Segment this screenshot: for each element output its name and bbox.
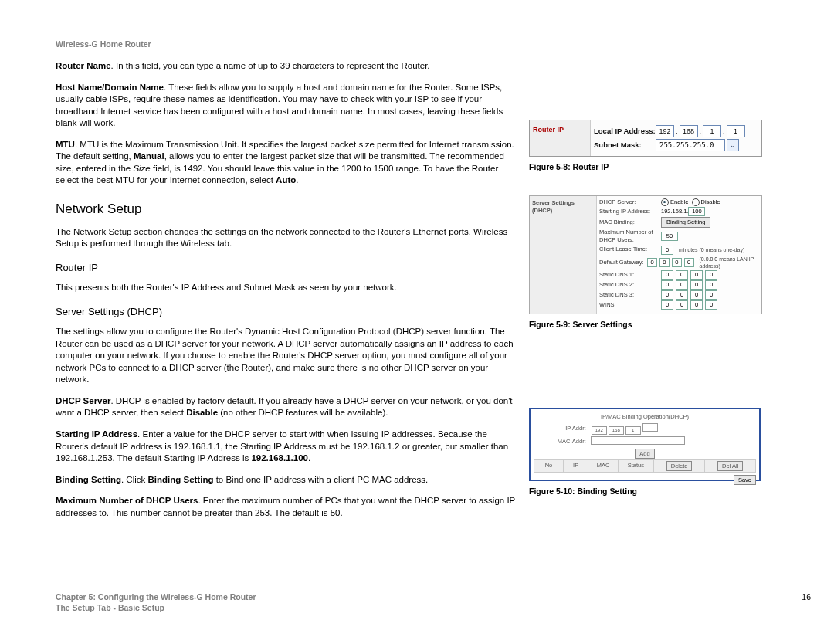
label-router-name: Router Name xyxy=(56,61,111,70)
fig9-dns3-1[interactable]: 0 xyxy=(661,290,673,300)
fig8-ip-oct3[interactable]: 1 xyxy=(703,125,721,137)
fig9-gw-4[interactable]: 0 xyxy=(684,258,694,267)
fig9-startip-label: Starting IP Address: xyxy=(599,208,661,215)
fig9-lease-label: Client Lease Time: xyxy=(599,246,661,253)
label-maxusers: Maximum Number of DHCP Users xyxy=(56,496,198,505)
label-starting-ip: Starting IP Address xyxy=(56,429,137,439)
fig9-dns1-1[interactable]: 0 xyxy=(661,270,673,280)
fig8-caption: Figure 5-8: Router IP xyxy=(529,161,776,172)
fig9-dns2-label: Static DNS 2: xyxy=(599,281,661,289)
para-router-name: Router Name. In this field, you can type… xyxy=(56,60,519,73)
delall-button[interactable]: Del All xyxy=(717,461,743,471)
radio-enable[interactable] xyxy=(661,198,669,206)
para-dhcp-server: DHCP Server. DHCP is enabled by factory … xyxy=(56,395,519,419)
fig9-dhcp-label: DHCP Server: xyxy=(599,198,661,206)
para-router-ip: This presents both the Router's IP Addre… xyxy=(56,282,519,294)
figures-column: Router IP Local IP Address: 192.168.1.1 … xyxy=(529,120,776,520)
text-startip2: . xyxy=(308,453,310,463)
para-binding: Binding Setting. Click Binding Setting t… xyxy=(56,474,519,486)
fig8-local-ip-label: Local IP Address: xyxy=(594,127,656,137)
text-router-name: . In this field, you can type a name of … xyxy=(111,61,430,70)
fig9-caption: Figure 5-9: Server Settings xyxy=(529,319,776,330)
para-host: Host Name/Domain Name. These fields allo… xyxy=(56,82,519,130)
bold-startip-default: 192.168.1.100 xyxy=(251,453,308,463)
para-dhcp-intro: The settings allow you to configure the … xyxy=(56,326,519,386)
fig10-ip-2[interactable]: 168 xyxy=(609,426,624,435)
figure-binding-setting: IP/MAC Binding Operation(DHCP) IP Addr: … xyxy=(529,408,761,481)
fig9-dns3-2[interactable]: 0 xyxy=(676,290,688,300)
fig9-disable-text: Disable xyxy=(701,198,720,206)
fig9-dns2-4[interactable]: 0 xyxy=(705,280,717,290)
radio-disable[interactable] xyxy=(692,198,700,206)
fig8-ip-oct1[interactable]: 192 xyxy=(656,125,674,137)
bold-manual: Manual xyxy=(134,151,164,161)
delete-button[interactable]: Delete xyxy=(666,461,693,471)
para-network-setup: The Network Setup section changes the se… xyxy=(56,226,519,250)
chevron-down-icon[interactable]: ⌄ xyxy=(727,139,739,151)
fig9-wins-3[interactable]: 0 xyxy=(690,300,703,310)
text-mtu4: . xyxy=(296,175,298,185)
footer-line1: Chapter 5: Configuring the Wireless-G Ho… xyxy=(56,591,811,602)
bold-auto: Auto xyxy=(276,175,296,185)
fig10-mac-input[interactable] xyxy=(591,436,685,445)
fig9-startip-prefix: 192.168.1. xyxy=(661,208,688,215)
bold-binding: Binding Setting xyxy=(147,475,213,484)
fig9-lease-input[interactable]: 0 xyxy=(661,246,673,255)
fig10-ip-3[interactable]: 1 xyxy=(626,426,641,435)
label-binding: Binding Setting xyxy=(56,475,121,484)
fig10-col-no: No xyxy=(534,459,564,472)
fig9-dns1-2[interactable]: 0 xyxy=(676,270,688,280)
label-host: Host Name/Domain Name xyxy=(56,83,164,92)
fig9-wins-1[interactable]: 0 xyxy=(661,300,673,310)
fig9-dns3-4[interactable]: 0 xyxy=(705,290,717,300)
fig8-side-label: Router IP xyxy=(530,120,591,156)
fig9-dns2-1[interactable]: 0 xyxy=(661,280,673,290)
fig9-maxusers-input[interactable]: 50 xyxy=(661,232,678,241)
fig8-subnet-label: Subnet Mask: xyxy=(594,141,656,151)
bold-disable: Disable xyxy=(186,408,218,417)
fig9-gw-3[interactable]: 0 xyxy=(672,258,682,267)
text-dhcp2: (no other DHCP features will be availabl… xyxy=(218,408,388,417)
fig9-lease-note: minutes (0 means one-day) xyxy=(679,246,744,253)
fig9-dns2-2[interactable]: 0 xyxy=(676,280,688,290)
fig9-dns2-3[interactable]: 0 xyxy=(690,280,703,290)
label-dhcp-server: DHCP Server xyxy=(56,396,110,405)
fig9-dns1-4[interactable]: 0 xyxy=(705,270,717,280)
label-mtu: MTU xyxy=(56,140,75,149)
add-button[interactable]: Add xyxy=(635,449,654,459)
footer-line2: The Setup Tab - Basic Setup xyxy=(56,602,811,613)
fig9-startip-input[interactable]: 100 xyxy=(688,207,705,216)
fig10-title: IP/MAC Binding Operation(DHCP) xyxy=(534,412,756,422)
fig9-dns1-3[interactable]: 0 xyxy=(690,270,703,280)
fig9-dns3-3[interactable]: 0 xyxy=(690,290,703,300)
fig8-ip-oct4[interactable]: 1 xyxy=(727,125,745,137)
fig9-gw-2[interactable]: 0 xyxy=(659,258,670,267)
page-footer: 16 Chapter 5: Configuring the Wireless-G… xyxy=(56,591,811,613)
fig9-wins-label: WINS: xyxy=(599,301,661,309)
fig9-wins-2[interactable]: 0 xyxy=(676,300,688,310)
page-number: 16 xyxy=(802,591,811,602)
figure-server-settings: Server Settings (DHCP) DHCP Server: Enab… xyxy=(529,195,762,314)
fig9-dns1-label: Static DNS 1: xyxy=(599,271,661,279)
binding-setting-button[interactable]: Binding Setting xyxy=(661,217,710,228)
fig9-gw-1[interactable]: 0 xyxy=(647,258,657,267)
fig10-ip-4[interactable] xyxy=(642,423,658,432)
fig8-ip-oct2[interactable]: 168 xyxy=(680,125,698,137)
fig10-caption: Figure 5-10: Binding Setting xyxy=(529,486,776,497)
text-binding1: . Click xyxy=(121,475,148,484)
figure-router-ip: Router IP Local IP Address: 192.168.1.1 … xyxy=(529,120,762,157)
save-button[interactable]: Save xyxy=(734,475,756,485)
heading-router-ip: Router IP xyxy=(56,261,519,275)
para-mtu: MTU. MTU is the Maximum Transmission Uni… xyxy=(56,139,519,187)
fig10-ipaddr-label: IP Addr: xyxy=(534,422,588,436)
italic-size: Size xyxy=(133,164,150,173)
fig9-gw-note: (0.0.0.0 means LAN IP address) xyxy=(700,256,759,270)
fig9-maxusers-label: Maximum Number of DHCP Users: xyxy=(599,229,661,244)
fig10-col-ip: IP xyxy=(563,459,588,472)
doc-header: Wireless-G Home Router xyxy=(56,39,811,49)
fig8-subnet-select[interactable]: 255.255.255.0 xyxy=(656,139,725,151)
fig9-gw-label: Default Gateway: xyxy=(599,259,647,266)
fig10-ip-1[interactable]: 192 xyxy=(592,426,607,435)
fig9-dns3-label: Static DNS 3: xyxy=(599,291,661,299)
fig9-wins-4[interactable]: 0 xyxy=(705,300,717,310)
